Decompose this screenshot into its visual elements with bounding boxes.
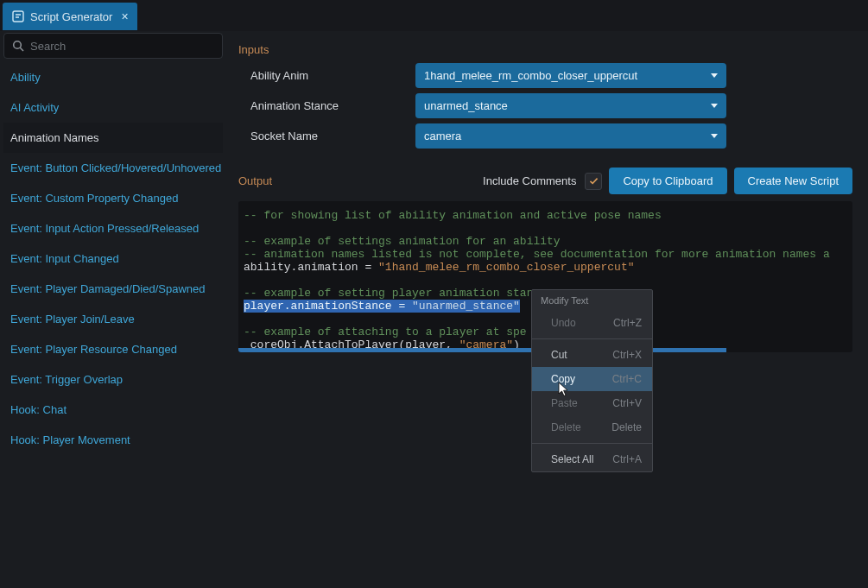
- sidebar-item[interactable]: Event: Player Join/Leave: [3, 304, 223, 334]
- context-menu-item[interactable]: Select AllCtrl+A: [532, 447, 652, 471]
- sidebar-item[interactable]: Hook: Player Movement: [3, 425, 223, 455]
- sidebar-item[interactable]: Event: Input Changed: [3, 243, 223, 274]
- sidebar-item[interactable]: Event: Button Clicked/Hovered/Unhovered: [3, 153, 223, 183]
- search-box[interactable]: [3, 33, 223, 59]
- context-menu-title: Modify Text: [532, 290, 652, 311]
- input-row: Socket Namecamera: [238, 123, 852, 149]
- copy-to-clipboard-button[interactable]: Copy to Clipboard: [609, 168, 726, 194]
- input-dropdown[interactable]: 1hand_melee_rm_combo_closer_uppercut: [415, 63, 726, 88]
- chevron-down-icon: [711, 104, 718, 108]
- inputs-heading: Inputs: [238, 43, 852, 56]
- chevron-down-icon: [711, 134, 718, 138]
- input-label: Socket Name: [238, 130, 415, 142]
- menu-item-shortcut: Ctrl+A: [612, 453, 642, 465]
- sidebar-item[interactable]: Event: Player Damaged/Died/Spawned: [3, 274, 223, 304]
- context-menu-item: DeleteDelete: [532, 415, 652, 439]
- create-new-script-button[interactable]: Create New Script: [734, 168, 852, 194]
- context-menu-item: PasteCtrl+V: [532, 391, 652, 415]
- context-menu-item[interactable]: CopyCtrl+C: [532, 367, 652, 391]
- svg-rect-0: [13, 11, 23, 22]
- menu-item-shortcut: Ctrl+Z: [613, 317, 642, 329]
- search-input[interactable]: [30, 40, 215, 53]
- horizontal-scrollbar[interactable]: [238, 348, 726, 352]
- sidebar-item[interactable]: Event: Input Action Pressed/Released: [3, 213, 223, 243]
- menu-item-label: Paste: [551, 397, 578, 409]
- input-row: Ability Anim1hand_melee_rm_combo_closer_…: [238, 63, 852, 88]
- close-icon[interactable]: ×: [121, 9, 128, 23]
- sidebar-item[interactable]: Ability: [3, 62, 223, 92]
- menu-item-label: Copy: [551, 373, 575, 385]
- context-menu-item: UndoCtrl+Z: [532, 311, 652, 335]
- dropdown-value: unarmed_stance: [424, 99, 508, 112]
- menu-item-shortcut: Ctrl+V: [612, 397, 642, 409]
- menu-item-shortcut: Ctrl+C: [612, 373, 642, 385]
- menu-item-label: Select All: [551, 453, 593, 465]
- menu-item-shortcut: Delete: [611, 421, 642, 433]
- include-comments-checkbox[interactable]: [585, 173, 602, 190]
- check-icon: [588, 175, 599, 187]
- sidebar: AbilityAI ActivityAnimation NamesEvent: …: [0, 31, 226, 588]
- dropdown-value: 1hand_melee_rm_combo_closer_uppercut: [424, 69, 637, 82]
- script-icon: [11, 9, 25, 23]
- sidebar-list: AbilityAI ActivityAnimation NamesEvent: …: [3, 62, 223, 455]
- context-menu: Modify Text UndoCtrl+ZCutCtrl+XCopyCtrl+…: [531, 289, 653, 472]
- sidebar-item[interactable]: Event: Custom Property Changed: [3, 183, 223, 213]
- sidebar-item[interactable]: Hook: Chat: [3, 395, 223, 425]
- sidebar-item[interactable]: Event: Player Resource Changed: [3, 334, 223, 364]
- tab-title: Script Generator: [30, 10, 112, 23]
- input-label: Animation Stance: [238, 99, 415, 112]
- sidebar-item[interactable]: AI Activity: [3, 92, 223, 123]
- include-comments-label: Include Comments: [483, 174, 576, 187]
- context-menu-item[interactable]: CutCtrl+X: [532, 343, 652, 367]
- input-label: Ability Anim: [238, 69, 415, 82]
- input-dropdown[interactable]: unarmed_stance: [415, 93, 726, 118]
- search-icon: [11, 39, 25, 53]
- tab-bar: Script Generator ×: [0, 0, 868, 31]
- menu-separator: [532, 443, 652, 444]
- menu-item-label: Undo: [551, 317, 576, 329]
- chevron-down-icon: [711, 73, 718, 78]
- dropdown-value: camera: [424, 130, 461, 142]
- input-row: Animation Stanceunarmed_stance: [238, 93, 852, 118]
- svg-point-1: [14, 41, 22, 49]
- tab-script-generator[interactable]: Script Generator ×: [3, 3, 137, 30]
- input-dropdown[interactable]: camera: [415, 123, 726, 149]
- menu-item-label: Delete: [551, 421, 581, 433]
- sidebar-item[interactable]: Animation Names: [3, 123, 223, 153]
- menu-separator: [532, 338, 652, 339]
- output-heading: Output: [238, 174, 272, 187]
- sidebar-item[interactable]: Event: Trigger Overlap: [3, 364, 223, 395]
- menu-item-label: Cut: [551, 349, 567, 361]
- menu-item-shortcut: Ctrl+X: [612, 349, 642, 361]
